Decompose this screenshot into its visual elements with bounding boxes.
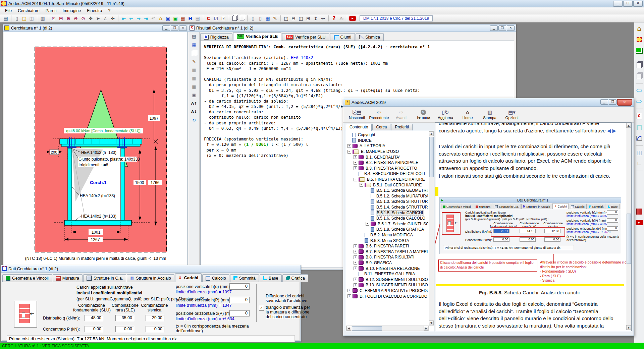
restore-button[interactable]: ❒ (171, 25, 178, 31)
norm-reference-box[interactable]: DM 17.1.2018 e Circ.7 del 21.1.2019 (360, 15, 433, 21)
tree-item[interactable]: +B.2. FINESTRA PRINCIPALE (346, 160, 428, 166)
diffusione-checkbox[interactable]: ✓ (259, 306, 264, 311)
scroll-up-arrow[interactable]: ▲ (626, 123, 631, 128)
manual-book-icon[interactable] (635, 208, 643, 216)
tab-geometria[interactable]: Geometria e Vincoli (2, 274, 52, 282)
maximize-button[interactable]: ❒ (609, 99, 616, 105)
drawing-canvas[interactable]: q=48.00 kN/m [Comb. fondamentale (SLU)] (4, 32, 187, 269)
scroll-thumb[interactable] (352, 326, 382, 331)
copy-icon[interactable] (191, 50, 198, 57)
refresh-icon[interactable]: ↻ (191, 117, 198, 124)
tree-item[interactable]: B.5.1.6. Scheda CALCOLO (346, 216, 428, 221)
open-folder-icon[interactable]: ◱ (20, 15, 28, 22)
expand-icon[interactable]: + (354, 261, 357, 265)
collapse-icon[interactable]: − (354, 178, 357, 181)
close-button[interactable]: ✕ (617, 99, 632, 106)
help-titlebar[interactable]: ? Aedes.ACM 2019 ▁ ❒ ✕ (343, 98, 634, 107)
cerchiature-window-icon[interactable] (635, 47, 643, 55)
scroll-thumb[interactable] (429, 137, 434, 177)
zoom-out-icon[interactable]: ⊖ (72, 15, 79, 22)
scroll-down-arrow[interactable]: ▼ (626, 325, 631, 330)
expand-icon[interactable]: + (347, 144, 351, 148)
pos-xp-field[interactable]: 0 (229, 310, 250, 316)
tree-item[interactable]: B.4. ESECUZIONE DEI CALCOLI (346, 171, 428, 177)
edit-icon[interactable]: ✎ (191, 58, 198, 65)
tree-item[interactable]: +B.13. SUGGERIMENTI SULL'USO IN (346, 282, 428, 288)
cerchiatura-titlebar[interactable]: Cerchiatura n° 1 (di 2) ▁ ❒ ✕ (3, 24, 188, 32)
p-slu-field[interactable]: 0.00 (85, 326, 103, 332)
content-vertical-scrollbar[interactable]: ▲ ▼ (626, 123, 631, 330)
scroll-right-arrow[interactable]: ▶ (424, 326, 428, 331)
doc-new-icon[interactable]: ▯ (249, 15, 257, 22)
tree-item[interactable]: +B.6. FINESTRA PARETI (346, 243, 428, 249)
resize-vertical-icon[interactable]: ↕ (312, 15, 319, 22)
youtube-icon[interactable]: ▶ (635, 219, 643, 227)
dati-titlebar[interactable]: Dati Cerchiatura n° 1 (di 2) (1, 265, 301, 273)
select-icon[interactable]: ➤ (94, 15, 102, 22)
nav-right-icon[interactable]: ▶ (612, 128, 616, 134)
pos-hq-field[interactable]: 0 (229, 283, 250, 290)
tile-grid-icon[interactable]: ⊞ (305, 15, 312, 22)
zoom-dynamic-icon[interactable]: ⊞ (57, 15, 65, 22)
help-icon[interactable]: ? (330, 15, 338, 22)
scroll-up-arrow[interactable]: ▲ (429, 131, 434, 136)
restore-button[interactable]: ❒ (498, 25, 506, 31)
expand-icon[interactable]: + (347, 294, 351, 298)
tab-calcolo[interactable]: Calcolo (202, 274, 229, 282)
q-sismica-field[interactable]: 29.00 (146, 315, 164, 321)
move-icon[interactable]: ✛ (109, 15, 116, 22)
tree-item[interactable]: +B.5.1.7. Schede GIUNTI: SO (346, 221, 428, 227)
minimize-button[interactable]: ▁ (490, 25, 498, 31)
window-cascade-icon[interactable]: ◳ (282, 15, 290, 22)
precedente-button[interactable]: ⇦Precedente (368, 108, 390, 122)
acm-window-icon[interactable] (635, 36, 643, 44)
tab-sismica[interactable]: Sismica (356, 33, 384, 41)
print-icon[interactable]: ▥ (39, 15, 46, 22)
nav-first-icon[interactable]: ⇤ (120, 15, 127, 22)
undo-icon[interactable]: ↶ (150, 15, 157, 22)
font-decrease-icon[interactable]: A↓ (191, 109, 198, 115)
table-icon[interactable]: ▦ (191, 42, 198, 48)
zoom-window-icon[interactable]: ⊡ (50, 15, 57, 22)
tile-vertical-icon[interactable]: ◫ (297, 15, 305, 22)
tree-item[interactable]: −B.5. FINESTRA CERCHIATURE (346, 177, 428, 182)
tab-sommita[interactable]: Sommità (230, 274, 259, 282)
tree-item[interactable]: B.5.1.1. Scheda GEOMETRIA (346, 188, 428, 193)
tree-item[interactable]: B.5.1.3. Scheda STRUTTURE (346, 199, 428, 205)
scroll-left-arrow[interactable]: ◀ (346, 326, 351, 331)
maximize-button[interactable]: ❒ (623, 1, 633, 7)
q-slu-field[interactable]: 48.00 (85, 315, 103, 321)
zoom-in-icon[interactable]: ⊕ (65, 15, 72, 22)
help-toc-tree[interactable]: Copyright INDICE +A. LA TEORIA −B. MANUA… (346, 131, 434, 331)
home-button[interactable]: ⌂Home (457, 108, 479, 122)
tree-item[interactable]: +C. ESEMPI APPLICATIVI e PROCEDURE (346, 288, 428, 294)
p-sle-field[interactable]: 0.00 (115, 326, 134, 332)
project-window-icon[interactable]: ▣ (164, 15, 172, 22)
minimize-button[interactable]: ▁ (613, 1, 623, 7)
menu-file[interactable]: File (2, 8, 15, 14)
menu-pareti[interactable]: Pareti (43, 8, 60, 14)
opzioni-button[interactable]: ▤▾Opzioni (501, 108, 523, 122)
pos-hp-field[interactable]: 0 (229, 297, 250, 303)
resize-horizontal-icon[interactable]: ↔ (319, 15, 327, 22)
tree-item[interactable]: +A. LA TEORIA (346, 143, 428, 149)
close-button[interactable]: ✕ (507, 25, 515, 31)
new-file-icon[interactable]: ▯ (13, 15, 20, 22)
tab-strutture-ca[interactable]: Strutture in C.a. (83, 274, 126, 282)
prev-arrow-icon[interactable]: ⇦ (635, 86, 643, 95)
risultati-titlebar[interactable]: C Risultati Cerchiatura n° 1 (di 2) ▁ ❒ … (188, 24, 516, 32)
tree-item[interactable]: B.5.1.4. Scheda STRUTTURE (346, 205, 428, 210)
copy-image-icon[interactable] (231, 15, 238, 22)
collapse-icon[interactable]: − (360, 183, 363, 187)
tree-item[interactable]: +B.12. SUGGERIMENTI SULL'USO IN (346, 277, 428, 282)
tile-horizontal-icon[interactable]: ⊟ (290, 15, 297, 22)
tab-preferiti[interactable]: Preferiti (391, 124, 412, 130)
tree-item[interactable]: +B.10. FINESTRA RELAZIONE (346, 266, 428, 271)
calc-verify-icon[interactable]: ☑ (212, 15, 220, 22)
tab-strutture-acciaio[interactable]: HStrutture in Acciaio (127, 274, 174, 282)
tree-item-selected[interactable]: B.5.1.5. Scheda CARICHI (346, 210, 428, 216)
tree-item[interactable]: +B.3. FINESTRA PROGETTO (346, 166, 428, 171)
expand-icon[interactable]: + (354, 283, 357, 287)
expand-icon[interactable]: + (366, 222, 369, 226)
expand-icon[interactable]: + (354, 155, 357, 159)
